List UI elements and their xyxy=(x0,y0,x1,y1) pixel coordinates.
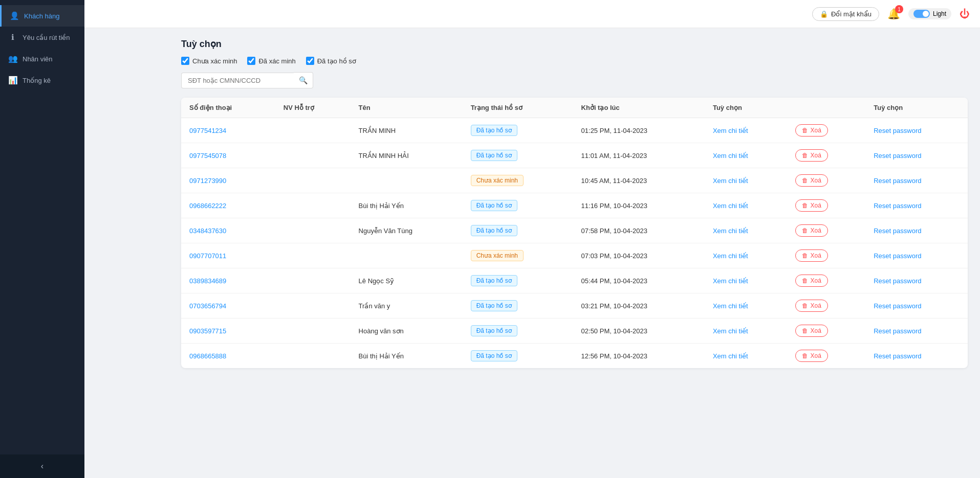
view-detail-button[interactable]: Xem chi tiết xyxy=(713,327,748,335)
reset-password-button[interactable]: Reset password xyxy=(874,177,921,185)
cell-ten xyxy=(351,243,463,268)
cell-phone: 0968662222 xyxy=(181,193,275,218)
reset-password-button[interactable]: Reset password xyxy=(874,227,921,235)
filter-da-tao-ho-so-label: Đã tạo hồ sơ xyxy=(317,57,356,65)
delete-button[interactable]: 🗑Xoá xyxy=(795,249,828,262)
sidebar-item-khach-hang[interactable]: 👤 Khách hàng xyxy=(0,5,84,27)
view-detail-button[interactable]: Xem chi tiết xyxy=(713,177,748,185)
search-row: 🔍 xyxy=(181,72,968,88)
cell-view: Xem chi tiết xyxy=(705,168,787,193)
phone-link[interactable]: 0907707011 xyxy=(189,252,226,260)
reset-password-button[interactable]: Reset password xyxy=(874,252,921,260)
delete-button[interactable]: 🗑Xoá xyxy=(795,199,828,212)
sidebar-item-nhan-vien[interactable]: 👥 Nhân viên xyxy=(0,48,84,70)
cell-khoi-tao: 03:21 PM, 10-04-2023 xyxy=(573,293,705,318)
delete-button[interactable]: 🗑Xoá xyxy=(795,300,828,312)
view-detail-button[interactable]: Xem chi tiết xyxy=(713,152,748,160)
filter-da-xac-minh-label: Đã xác minh xyxy=(258,57,295,65)
sidebar-collapse-button[interactable]: ‹ xyxy=(0,454,84,478)
table-row: 0977541234 TRẦN MINH Đã tạo hồ sơ 01:25 … xyxy=(181,118,968,143)
cell-delete: 🗑Xoá xyxy=(787,318,866,344)
change-password-button[interactable]: 🔒 Đổi mật khẩu xyxy=(812,7,879,21)
filter-da-tao-ho-so-checkbox[interactable] xyxy=(306,57,314,65)
notification-bell[interactable]: 🔔 1 xyxy=(887,8,900,20)
reset-password-button[interactable]: Reset password xyxy=(874,277,921,285)
view-detail-button[interactable]: Xem chi tiết xyxy=(713,277,748,285)
cell-reset: Reset password xyxy=(865,218,968,243)
phone-link[interactable]: 0971273990 xyxy=(189,177,226,185)
filter-da-xac-minh-checkbox[interactable] xyxy=(247,57,255,65)
phone-link[interactable]: 0977545078 xyxy=(189,152,226,160)
cell-trang-thai: Đã tạo hồ sơ xyxy=(463,318,573,344)
cell-nv xyxy=(275,293,351,318)
trash-icon: 🗑 xyxy=(802,327,808,334)
search-icon: 🔍 xyxy=(299,76,308,84)
theme-toggle[interactable]: Light xyxy=(908,8,951,19)
cell-view: Xem chi tiết xyxy=(705,318,787,344)
trash-icon: 🗑 xyxy=(802,177,808,184)
cell-reset: Reset password xyxy=(865,193,968,218)
cell-nv xyxy=(275,118,351,143)
trash-icon: 🗑 xyxy=(802,352,808,359)
trash-icon: 🗑 xyxy=(802,252,808,259)
cell-phone: 0903597715 xyxy=(181,318,275,344)
delete-button[interactable]: 🗑Xoá xyxy=(795,224,828,237)
sidebar-item-thong-ke[interactable]: 📊 Thống kê xyxy=(0,70,84,91)
cell-khoi-tao: 12:56 PM, 10-04-2023 xyxy=(573,344,705,369)
cell-delete: 🗑Xoá xyxy=(787,168,866,193)
table-row: 0907707011 Chưa xác minh 07:03 PM, 10-04… xyxy=(181,243,968,268)
trash-icon: 🗑 xyxy=(802,302,808,309)
phone-link[interactable]: 0968665888 xyxy=(189,352,226,360)
view-detail-button[interactable]: Xem chi tiết xyxy=(713,202,748,210)
delete-button[interactable]: 🗑Xoá xyxy=(795,149,828,162)
delete-button[interactable]: 🗑Xoá xyxy=(795,124,828,136)
reset-password-button[interactable]: Reset password xyxy=(874,302,921,310)
table-row: 0971273990 Chưa xác minh 10:45 AM, 11-04… xyxy=(181,168,968,193)
toggle-switch[interactable] xyxy=(913,10,930,18)
col-tuy-chon-1: Tuỳ chọn xyxy=(705,98,787,118)
info-icon: ℹ xyxy=(8,33,17,42)
sidebar-nav: 👤 Khách hàng ℹ Yêu cầu rút tiền 👥 Nhân v… xyxy=(0,0,84,454)
reset-password-button[interactable]: Reset password xyxy=(874,327,921,335)
status-badge: Đã tạo hồ sơ xyxy=(471,200,517,211)
reset-password-button[interactable]: Reset password xyxy=(874,202,921,210)
power-button[interactable]: ⏻ xyxy=(960,8,970,20)
cell-ten: Nguyễn Văn Tùng xyxy=(351,218,463,243)
user-icon: 👤 xyxy=(10,11,19,20)
view-detail-button[interactable]: Xem chi tiết xyxy=(713,302,748,310)
view-detail-button[interactable]: Xem chi tiết xyxy=(713,227,748,235)
cell-nv xyxy=(275,268,351,293)
view-detail-button[interactable]: Xem chi tiết xyxy=(713,127,748,134)
phone-link[interactable]: 0903597715 xyxy=(189,327,226,335)
col-tuy-chon-3: Tuỳ chọn xyxy=(865,98,968,118)
phone-link[interactable]: 0977541234 xyxy=(189,127,226,134)
notification-badge: 1 xyxy=(895,5,903,13)
phone-link[interactable]: 0389834689 xyxy=(189,277,226,285)
status-badge: Đã tạo hồ sơ xyxy=(471,350,517,361)
phone-link[interactable]: 0703656794 xyxy=(189,302,226,310)
trash-icon: 🗑 xyxy=(802,277,808,284)
phone-link[interactable]: 0968662222 xyxy=(189,202,226,210)
delete-button[interactable]: 🗑Xoá xyxy=(795,174,828,187)
filter-da-tao-ho-so[interactable]: Đã tạo hồ sơ xyxy=(306,57,356,65)
delete-button[interactable]: 🗑Xoá xyxy=(795,275,828,287)
sidebar-item-yeu-cau-rut-tien[interactable]: ℹ Yêu cầu rút tiền xyxy=(0,27,84,48)
cell-ten: TRẦN MINH xyxy=(351,118,463,143)
filter-chua-xac-minh-checkbox[interactable] xyxy=(181,57,189,65)
filter-da-xac-minh[interactable]: Đã xác minh xyxy=(247,57,295,65)
reset-password-button[interactable]: Reset password xyxy=(874,352,921,360)
filter-chua-xac-minh[interactable]: Chưa xác minh xyxy=(181,57,237,65)
table-row: 0968662222 Bùi thị Hải Yến Đã tạo hồ sơ … xyxy=(181,193,968,218)
search-button[interactable]: 🔍 xyxy=(294,72,313,88)
delete-button[interactable]: 🗑Xoá xyxy=(795,350,828,362)
view-detail-button[interactable]: Xem chi tiết xyxy=(713,352,748,360)
delete-button[interactable]: 🗑Xoá xyxy=(795,325,828,337)
trash-icon: 🗑 xyxy=(802,127,808,134)
view-detail-button[interactable]: Xem chi tiết xyxy=(713,252,748,260)
reset-password-button[interactable]: Reset password xyxy=(874,152,921,160)
phone-link[interactable]: 0348437630 xyxy=(189,227,226,235)
reset-password-button[interactable]: Reset password xyxy=(874,127,921,134)
search-input[interactable] xyxy=(181,73,294,88)
customer-table: Số điện thoại NV Hỗ trợ Tên Trạng thái h… xyxy=(181,98,968,368)
change-password-label: Đổi mật khẩu xyxy=(831,10,872,18)
